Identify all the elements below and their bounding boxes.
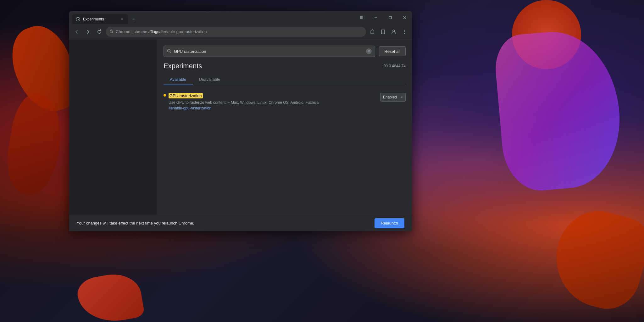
lock-icon bbox=[109, 29, 113, 34]
address-url-anchor: /#enable-gpu-rasterization bbox=[159, 29, 207, 34]
svg-point-4 bbox=[393, 30, 395, 32]
experiment-name: GPU rasterization bbox=[169, 93, 203, 98]
tab-unavailable[interactable]: Unavailable bbox=[193, 74, 227, 85]
tab-close-button[interactable]: × bbox=[119, 17, 125, 22]
window-menu-button[interactable] bbox=[354, 11, 369, 24]
search-clear-button[interactable]: × bbox=[366, 48, 372, 54]
page-title: Experiments bbox=[164, 62, 202, 70]
experiments-header: Experiments 99.0.4844.74 bbox=[157, 57, 412, 70]
title-bar: Experiments × + bbox=[69, 11, 412, 24]
forward-button[interactable] bbox=[83, 27, 93, 37]
experiment-status-dot bbox=[164, 94, 166, 97]
window-close-button[interactable] bbox=[397, 11, 412, 24]
svg-point-6 bbox=[404, 31, 405, 32]
notification-bar: Your changes will take effect the next t… bbox=[69, 215, 412, 231]
enabled-dropdown-wrapper[interactable]: Default Enabled Disabled bbox=[380, 93, 406, 102]
address-text: Chrome | chrome://flags/#enable-gpu-rast… bbox=[116, 29, 362, 34]
experiments-list: GPU rasterization Use GPU to rasterize w… bbox=[157, 85, 412, 231]
address-bar[interactable]: Chrome | chrome://flags/#enable-gpu-rast… bbox=[106, 27, 366, 37]
svg-rect-3 bbox=[110, 31, 113, 33]
experiment-control[interactable]: Default Enabled Disabled bbox=[380, 93, 406, 102]
tab-title: Experiments bbox=[83, 17, 117, 21]
svg-point-5 bbox=[404, 30, 405, 30]
tab-available[interactable]: Available bbox=[164, 74, 193, 85]
address-chrome-label: Chrome bbox=[116, 29, 130, 34]
back-button[interactable] bbox=[72, 27, 82, 37]
experiment-info: GPU rasterization Use GPU to rasterize w… bbox=[169, 93, 378, 110]
experiment-anchor-link[interactable]: #enable-gpu-rasterization bbox=[169, 106, 378, 110]
profile-button[interactable] bbox=[389, 27, 399, 37]
window-controls bbox=[354, 11, 412, 24]
window-maximize-button[interactable] bbox=[383, 11, 397, 24]
search-input-value: GPU rasterization bbox=[174, 49, 364, 54]
page-content: GPU rasterization × Reset all Experiment… bbox=[157, 39, 412, 231]
enabled-dropdown-select[interactable]: Default Enabled Disabled bbox=[380, 93, 406, 102]
browser-tab-experiments[interactable]: Experiments × bbox=[72, 14, 128, 24]
svg-rect-2 bbox=[389, 16, 391, 19]
address-url-prefix: chrome:// bbox=[134, 29, 151, 34]
address-separator: | bbox=[131, 29, 134, 34]
experiment-description: Use GPU to rasterize web content. – Mac,… bbox=[169, 100, 378, 105]
sidebar-panel bbox=[69, 39, 157, 231]
version-text: 99.0.4844.74 bbox=[384, 62, 406, 68]
tabs-row: Available Unavailable bbox=[164, 74, 406, 85]
svg-rect-1 bbox=[375, 18, 377, 18]
experiment-item-gpu-rasterization: GPU rasterization Use GPU to rasterize w… bbox=[164, 90, 406, 113]
reset-all-button[interactable]: Reset all bbox=[379, 46, 406, 56]
search-box[interactable]: GPU rasterization × bbox=[164, 46, 375, 57]
search-area: GPU rasterization × Reset all bbox=[157, 39, 412, 57]
window-minimize-button[interactable] bbox=[369, 11, 383, 24]
tab-favicon bbox=[75, 17, 80, 22]
nav-right-buttons bbox=[367, 27, 409, 37]
content-area: GPU rasterization × Reset all Experiment… bbox=[69, 39, 412, 231]
new-tab-button[interactable]: + bbox=[130, 15, 138, 24]
bookmark-button[interactable] bbox=[378, 27, 388, 37]
navigation-bar: Chrome | chrome://flags/#enable-gpu-rast… bbox=[69, 24, 412, 39]
notification-text: Your changes will take effect the next t… bbox=[77, 221, 194, 225]
address-url-path: flags bbox=[151, 29, 159, 34]
relaunch-button[interactable]: Relaunch bbox=[375, 218, 404, 228]
refresh-button[interactable] bbox=[94, 27, 104, 37]
browser-window: Experiments × + bbox=[69, 11, 412, 231]
svg-point-7 bbox=[404, 33, 405, 33]
menu-button[interactable] bbox=[399, 27, 409, 37]
extensions-button[interactable] bbox=[367, 27, 377, 37]
search-icon bbox=[167, 49, 171, 54]
